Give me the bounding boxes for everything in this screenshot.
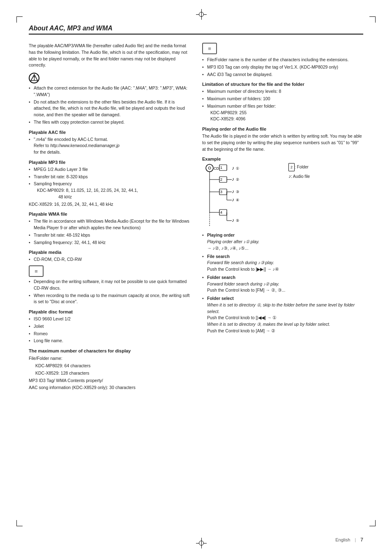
svg-text:②: ② xyxy=(236,177,239,182)
wma-item-2: Transfer bit rate: 48-192 kbps xyxy=(29,232,190,239)
footer-page-number: 7 xyxy=(360,537,363,543)
svg-text:♪: ♪ xyxy=(232,176,234,182)
page: About AAC, MP3 and WMA The playable AAC/… xyxy=(0,0,392,555)
svg-text:2: 2 xyxy=(220,177,222,182)
media-item-1: CD-ROM, CD-R, CD-RW xyxy=(29,256,190,263)
disc-format-1: ISO 9660 Level 1/2 xyxy=(29,316,190,322)
limitation-3: Maximum number of files per folder: KDC-… xyxy=(202,103,363,122)
disc-format-2: Joliet xyxy=(29,323,190,330)
mp3-list: MPEG 1/2 Audio Layer 3 file Transfer bit… xyxy=(29,166,190,208)
aac-list: ".m4a" file encoded by AAC-LC format.Ref… xyxy=(29,136,190,156)
disc-format-4: Long file name. xyxy=(29,338,190,344)
maxchars-label: File/Folder name: xyxy=(29,356,62,361)
footer-separator: | xyxy=(355,537,356,542)
aac-url: http://www.kenwood.mediamanager.jp xyxy=(50,143,120,148)
two-column-layout: The playable AAC/MP3/WMA file (hereafter… xyxy=(29,43,363,391)
svg-text:♪: ♪ xyxy=(232,189,234,194)
order-folder-select: Folder select When it is set to director… xyxy=(202,295,363,334)
svg-text:1: 1 xyxy=(220,166,222,170)
svg-text:♪: ♪ xyxy=(232,197,234,203)
right-note-2: MP3 ID3 Tag can only display the tag of … xyxy=(202,64,363,71)
section-title-limitation: Limitation of structure for the file and… xyxy=(202,82,363,87)
order-playing: Playing order Playing order after ♪① pla… xyxy=(202,232,363,251)
legend-audio: ♪: Audio file xyxy=(288,171,310,181)
right-cd-icon-box: ≡ xyxy=(202,43,363,54)
footer-lang: English xyxy=(335,537,350,542)
svg-text:♪: ♪ xyxy=(232,217,234,223)
order-folder-search: Folder search Forward folder search duri… xyxy=(202,274,363,294)
corner-mark-tr xyxy=(369,16,376,23)
tree-legend: 2: Folder ♪: Audio file xyxy=(288,163,310,181)
example-tree-diagram: CD 1 ♪ ① 2 ♪ ② xyxy=(202,163,363,229)
disc-format-3: Romeo xyxy=(29,331,190,337)
section-title-playing-order: Playing order of the Audio file xyxy=(202,127,363,131)
warning-list: Attach the correct extension for the Aud… xyxy=(29,85,190,126)
section-title-media: Playable media xyxy=(29,250,190,255)
svg-text:♪: ♪ xyxy=(232,165,234,171)
warning-item-3: The files with copy protection cannot be… xyxy=(29,119,190,126)
media-list: CD-ROM, CD-R, CD-RW xyxy=(29,256,190,263)
right-note-1: File/Folder name is the number of the ch… xyxy=(202,57,363,63)
mp3-item-1: MPEG 1/2 Audio Layer 3 file xyxy=(29,166,190,173)
wma-item-3: Sampling frequency: 32, 44.1, 48 kHz xyxy=(29,240,190,246)
svg-text:4: 4 xyxy=(220,210,222,214)
section-title-wma: Playable WMA file xyxy=(29,212,190,216)
corner-mark-tl xyxy=(16,16,23,23)
right-disc-notes: File/Folder name is the number of the ch… xyxy=(202,57,363,78)
cd-notes-list: Depending on the writing software, it ma… xyxy=(29,279,190,305)
tree-svg: CD 1 ♪ ① 2 ♪ ② xyxy=(202,163,284,229)
order-file-search: File search Forward file search during ♪… xyxy=(202,253,363,273)
svg-point-0 xyxy=(206,164,213,172)
section-title-example: Example xyxy=(202,157,363,161)
svg-text:CD: CD xyxy=(214,166,219,170)
svg-text:③: ③ xyxy=(236,190,239,194)
maxchars-x8529: KDC-X8529: 128 characters xyxy=(29,370,89,377)
wma-list: The file in accordance with Windows Medi… xyxy=(29,218,190,246)
warning-icon: ⚠ xyxy=(29,73,190,83)
section-title-aac: Playable AAC file xyxy=(29,130,190,135)
mp3-item-3: Sampling frequency KDC-MP8029: 8, 11.025… xyxy=(29,181,190,200)
limitation-list: Maximum number of directory levels: 8 Ma… xyxy=(202,88,363,122)
mp3-item-4: KDC-X8529: 16, 22.05, 24, 32, 44.1, 48 k… xyxy=(29,201,190,208)
svg-text:⑤: ⑤ xyxy=(236,219,239,223)
wma-item-1: The file in accordance with Windows Medi… xyxy=(29,218,190,231)
limitation-2: Maximum number of folders: 100 xyxy=(202,96,363,102)
cd-icon: ≡ xyxy=(35,268,38,274)
svg-point-1 xyxy=(208,167,211,169)
svg-text:3: 3 xyxy=(220,190,222,194)
cd-icon-box: ≡ xyxy=(29,265,190,277)
disc-format-list: ISO 9660 Level 1/2 Joliet Romeo Long fil… xyxy=(29,316,190,344)
legend-folder: 2: Folder xyxy=(288,163,310,171)
corner-mark-bl xyxy=(16,520,23,526)
intro-text: The playable AAC/MP3/WMA file (hereafter… xyxy=(29,43,190,69)
section-title-maxchars: The maximum number of characters for dis… xyxy=(29,348,190,353)
maxchars-content: File/Folder name: KDC-MP8029: 64 charact… xyxy=(29,355,190,391)
svg-text:④: ④ xyxy=(236,198,239,202)
right-column: ≡ File/Folder name is the number of the … xyxy=(202,43,363,391)
right-note-3: AAC iD3 Tag cannot be displayed. xyxy=(202,71,363,78)
mp3-item-2: Transfer bit rate: 8-320 kbps xyxy=(29,174,190,180)
order-detail-list: Playing order Playing order after ♪① pla… xyxy=(202,232,363,334)
cd-note-1: Depending on the writing software, it ma… xyxy=(29,279,190,292)
aac-item-1: ".m4a" file encoded by AAC-LC format.Ref… xyxy=(29,136,190,156)
maxchars-mp8029: KDC-MP8029: 64 characters xyxy=(29,362,90,370)
warning-item-2: Do not attach the extensions to the othe… xyxy=(29,99,190,118)
playing-order-text: The Audio file is played in the order wh… xyxy=(202,133,363,152)
page-title: About AAC, MP3 and WMA xyxy=(29,25,363,35)
left-column: The playable AAC/MP3/WMA file (hereafter… xyxy=(29,43,190,391)
limitation-1: Maximum number of directory levels: 8 xyxy=(202,88,363,95)
page-footer: English | 7 xyxy=(335,537,363,543)
cd-note-2: When recording to the media up to the ma… xyxy=(29,292,190,306)
right-cd-icon: ≡ xyxy=(208,46,211,52)
section-title-mp3: Playable MP3 file xyxy=(29,160,190,165)
warning-item-1: Attach the correct extension for the Aud… xyxy=(29,85,190,98)
svg-text:①: ① xyxy=(236,166,239,170)
section-title-disc-format: Playable disc format xyxy=(29,309,190,314)
maxchars-tag: MP3 ID3 Tag/ WMA Contents property/AAC s… xyxy=(29,378,136,390)
corner-mark-br xyxy=(369,520,376,526)
